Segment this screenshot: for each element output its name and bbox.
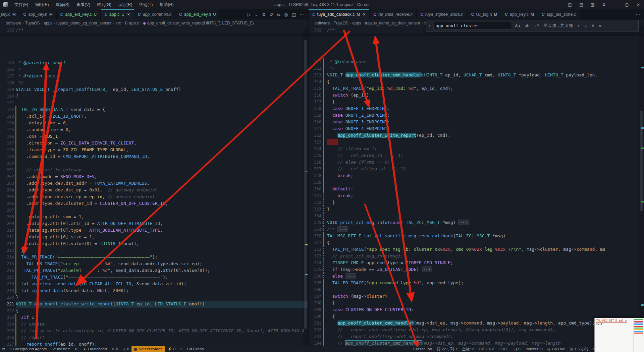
code-line-322[interactable]: 322 app_onoff_cluster_write_report(ep_id… xyxy=(309,132,644,139)
code-line-209[interactable]: 209 .data.zg.attr[0].attr_id = ATTR_ON_O… xyxy=(0,220,308,227)
more-actions-icon[interactable]: ⋯ xyxy=(298,11,305,18)
tab-app_ext_key.h[interactable]: Capp_ext_key.hU xyxy=(175,9,220,19)
code-line-313[interactable]: 313VOID_T app_onoff_cluster_cmd_handler(… xyxy=(309,72,644,78)
compare-icon[interactable]: ⇆ xyxy=(275,11,282,18)
code-line-386[interactable]: 386 xyxy=(309,286,644,293)
code-line-221[interactable]: 221VOID_T app_onoff_cluster_write_report… xyxy=(0,301,308,307)
code-line-392[interactable]: 392 // __report_user_onoff(msg->dst_ep, … xyxy=(309,327,644,333)
code-line-335[interactable]: 335›VOID print_zcl_msg_info(const TAL_ZC… xyxy=(309,219,644,226)
pip-window[interactable]: TAL_MSG_RET_E tal_z swit xyxy=(594,318,644,352)
code-line-364[interactable]: 364›/** ··· xyxy=(309,226,644,233)
code-line-371[interactable]: 371{ xyxy=(309,239,644,246)
tab-app_key.c[interactable]: Capp_key.cM xyxy=(501,9,538,19)
status-cursor-tab[interactable]: Cursor Tab xyxy=(411,346,434,352)
layout-panel-icon[interactable]: ◫ xyxy=(564,2,576,7)
status-eol[interactable]: CRLF xyxy=(496,346,511,352)
status-background-agents[interactable]: ⌂Background Agents xyxy=(7,346,49,352)
code-line-334[interactable]: 334 xyxy=(309,213,644,219)
code-line-391[interactable]: 391 app_onoff_cluster_cmd_handler(msg->d… xyxy=(309,320,644,327)
code-line-317[interactable]: 317 { xyxy=(309,99,644,105)
code-line-316[interactable]: 316 switch (ep_id) xyxy=(309,92,644,99)
breadcrumb-item[interactable]: src xyxy=(115,21,121,25)
find-close-icon[interactable]: ✕ xyxy=(597,23,602,28)
code-line-199[interactable]: 199 .command_id = CMD_REPORT_ATTRIBUTES_… xyxy=(0,153,308,160)
code-line-190[interactable]: 190{ xyxy=(0,93,308,100)
tab-app_common.c[interactable]: Capp_common.c xyxy=(134,9,175,19)
status-git-branch[interactable]: ⎇master* xyxy=(49,346,72,352)
code-line-212[interactable]: 212 .data.zg.attr[0].value[0] = (UINT8_T… xyxy=(0,240,308,247)
code-line-321[interactable]: 321 case ONOFF_4_ENDPOINT: xyxy=(309,125,644,132)
tab-app_ias_zone.c[interactable]: Capp_ias_zone.c xyxy=(538,9,580,19)
code-line-333[interactable]: 333} xyxy=(309,206,644,213)
status-encoding[interactable]: GB 2312 xyxy=(476,346,496,352)
code-line-197[interactable]: 197 .direction = ZG_ZCL_DATA_SERVER_TO_C… xyxy=(0,140,308,146)
code-line-203[interactable]: 203 .addr.type.dev.dst_addr = TUYA_GATEW… xyxy=(0,180,308,187)
tab-app_key.h[interactable]: Capp_key.hM xyxy=(19,9,56,19)
code-line-226[interactable]: 226 // report xyxy=(0,334,308,341)
status-warnings[interactable]: △0 xyxy=(120,346,131,352)
layout-bottom-icon[interactable]: ▤ xyxy=(576,2,587,7)
code-line-375[interactable]: 375› if (msg->mode == ZG_UNICAST_MODE) ·… xyxy=(309,266,644,273)
split-editor-icon[interactable]: ◫ xyxy=(290,11,297,18)
fold-chevron-icon[interactable]: › xyxy=(321,226,324,233)
menu-编辑(E)[interactable]: 编辑(E) xyxy=(32,1,52,9)
code-line-326[interactable]: 326 // else if(cmd == 0) xyxy=(309,159,644,166)
code-line-187[interactable]: 187 * @return none xyxy=(0,73,308,79)
code-line-323[interactable]: 323 xyxy=(309,139,644,145)
menu-终端(T)[interactable]: 终端(T) xyxy=(136,1,156,9)
code-line-193[interactable]: 193 .zcl_id = ZCL_ID_ONOFF, xyxy=(0,113,308,120)
menu-文件(F)[interactable]: 文件(F) xyxy=(11,1,31,9)
code-line-224[interactable]: 224 // update xyxy=(0,321,308,328)
code-line-325[interactable]: 325 // rel_on(ep_id - 1, 1) xyxy=(309,152,644,159)
code-line-202[interactable]: 202 .addr.mode = SEND_MODE_DEV, xyxy=(0,173,308,180)
code-line-192[interactable]: 192 TAL_ZG_SEND_DATA_T send_data = { xyxy=(0,106,308,113)
fold-chevron-icon[interactable]: › xyxy=(321,219,324,226)
status-select-folder[interactable]: ▣Select folder. xyxy=(131,346,165,352)
code-line-328[interactable]: 328 break; xyxy=(309,172,644,179)
code-line-191[interactable]: 191 xyxy=(0,100,308,106)
code-line-215[interactable]: 215 TAL_PR_TRACE("src_ep : %d", send_dat… xyxy=(0,260,308,267)
code-line-225[interactable]: 225 // tal_zg_write_attribute(ep_id, CLU… xyxy=(0,328,308,334)
tab-close-icon[interactable]: ✕ xyxy=(363,12,366,17)
find-expand-chevron-icon[interactable]: › xyxy=(428,23,431,28)
breadcrumb-item[interactable]: TuyaOS xyxy=(334,21,348,25)
settings-icon[interactable]: ⚙ xyxy=(261,11,267,18)
code-line-222[interactable]: 222{ xyxy=(0,307,308,314)
breadcrumb-item[interactable]: apps xyxy=(44,21,52,25)
code-line-185[interactable]: 185 * @param[in] onoff xyxy=(0,59,308,66)
code-line-390[interactable]: 390 { xyxy=(309,313,644,320)
code-line-319[interactable]: 319 case ONOFF_2_ENDPOINT: xyxy=(309,112,644,119)
code-line-194[interactable]: 194 .delay_time = 0, xyxy=(0,120,308,126)
breadcrumb-item[interactable]: apps xyxy=(352,21,361,25)
code-line-220[interactable]: 220} xyxy=(0,294,308,301)
menu-帮助(H)[interactable]: 帮助(H) xyxy=(156,1,176,9)
code-line-327[interactable]: 327 // rel_off(ep_id - 1, 1) xyxy=(309,166,644,172)
whole-word-icon[interactable]: ab xyxy=(523,23,531,28)
status-sync[interactable]: ⟳ xyxy=(73,346,80,352)
layout-right-icon[interactable]: ▥ xyxy=(587,2,598,7)
maximize-icon[interactable]: ▢ xyxy=(621,2,633,7)
code-line-324[interactable]: 324 // if(cmd == 1) xyxy=(309,145,644,152)
code-line-208[interactable]: 208 .data.zg.attr_sum = 1, xyxy=(0,214,308,220)
code-line-216[interactable]: 216 TAL_PR_TRACE("value[0] : %d", send_d… xyxy=(0,267,308,274)
goto-icon[interactable]: ◎ xyxy=(283,11,289,18)
status-cursor-position[interactable]: 行 221, 列 1 xyxy=(434,346,460,352)
menu-运行(R)[interactable]: 运行(R) xyxy=(115,1,135,9)
regex-icon[interactable]: .* xyxy=(533,23,540,28)
tab-tuya_sdk_callback.c[interactable]: Ctuya_sdk_callback.cM✕ xyxy=(309,9,370,19)
code-line-218[interactable]: 218 tal_zg_clear_send_data(ZG_CLEAR_ALL_… xyxy=(0,281,308,287)
code-line-318[interactable]: 318 case ONOFF_1_ENDPOINT: xyxy=(309,105,644,112)
status-launchpad[interactable]: ▲Launchpad xyxy=(80,346,109,352)
code-line-214[interactable]: 214 TAL_PR_TRACE("======================… xyxy=(0,254,308,260)
status-zap-count[interactable]: ⚡0 xyxy=(165,346,178,352)
code-line-385[interactable]: 385 TAL_PR_TRACE("app command type %d", … xyxy=(309,280,644,286)
code-line-312[interactable]: 312 */ xyxy=(309,65,644,72)
settings-gear-icon[interactable]: ⚙ xyxy=(598,2,610,7)
menu-转到(G)[interactable]: 转到(G) xyxy=(94,1,114,9)
find-input[interactable] xyxy=(433,22,512,30)
code-line-372[interactable]: 372 TAL_PR_TRACE("app spec msg cb: clust… xyxy=(309,246,644,253)
tab-_key.c[interactable]: C_key.cM xyxy=(0,9,19,19)
breadcrumb-item[interactable]: tuyaos_demo_zg_door_sensor xyxy=(365,21,420,25)
history-icon[interactable]: ↺ xyxy=(268,11,275,18)
code-line-211[interactable]: 211 .data.zg.attr[0].size = 1, xyxy=(0,234,308,240)
